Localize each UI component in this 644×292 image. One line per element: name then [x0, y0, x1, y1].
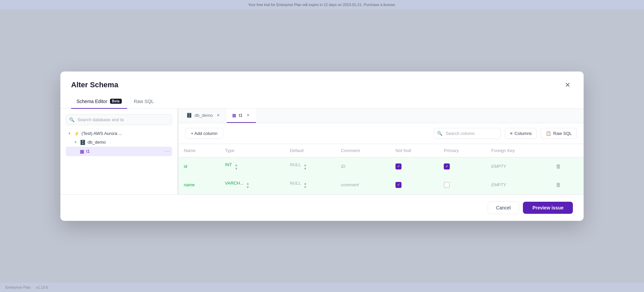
top-banner: Your free trial for Enterprise Plan will…: [0, 0, 644, 9]
search-column-input[interactable]: [434, 128, 501, 139]
default-spinner-id[interactable]: ▲▼: [304, 163, 307, 171]
arrow-icon: ▼: [68, 132, 72, 135]
col-header-name: Name: [178, 144, 220, 157]
col-header-primary: Primary: [438, 144, 486, 157]
cell-notnull-name[interactable]: ✓: [390, 176, 438, 194]
cell-foreignkey-name: EMPTY: [486, 176, 549, 194]
cell-comment-id: ID: [336, 157, 390, 176]
main-content: 🗄️ db_demo ✕ ▦ t1 ✕ + Add column: [178, 109, 584, 194]
columns-view-button[interactable]: ≡ Columns: [505, 128, 537, 139]
table-header-row: Name Type Default Comment Not Null Prima…: [178, 144, 584, 157]
cell-comment-name: comment: [336, 176, 390, 194]
tree-connection[interactable]: ▼ ⚡ (Test) AWS Aurora ...: [66, 129, 172, 138]
sidebar: 🔍 ▼ ⚡ (Test) AWS Aurora ... ▼ 🗄️ db_demo: [60, 109, 178, 194]
table-tab-icon: ▦: [232, 113, 236, 118]
search-column-box: 🔍: [434, 128, 501, 139]
tab-raw-sql[interactable]: Raw SQL: [128, 96, 159, 109]
default-spinner-name[interactable]: ▲▼: [304, 182, 307, 189]
tab-db-demo[interactable]: 🗄️ db_demo ✕: [181, 109, 226, 123]
bottom-bar: Enterprise Plan v1.13.0: [0, 283, 644, 292]
cell-type-id: INT ▲▼: [220, 157, 284, 176]
db-icon: 🗄️: [186, 113, 192, 118]
cell-foreignkey-id: EMPTY: [486, 157, 549, 176]
tab-t1[interactable]: ▦ t1 ✕: [227, 109, 256, 123]
col-header-type: Type: [220, 144, 284, 157]
tree-database[interactable]: ▼ 🗄️ db_demo: [66, 138, 172, 147]
col-header-comment: Comment: [336, 144, 390, 157]
not-null-checkbox-name[interactable]: ✓: [395, 182, 401, 188]
delete-row-id-button[interactable]: 🗑: [554, 162, 562, 171]
tab-close-db[interactable]: ✕: [215, 113, 221, 118]
tab-close-t1[interactable]: ✕: [245, 113, 251, 118]
preview-issue-button[interactable]: Preview issue: [523, 202, 573, 214]
arrow-icon: ▼: [74, 140, 78, 144]
connection-icon: ⚡: [74, 131, 79, 136]
close-button[interactable]: ✕: [562, 80, 573, 90]
table-row: name VARCH... ▲▼ NULL ▲▼: [178, 176, 584, 194]
primary-checkbox-name[interactable]: [444, 182, 450, 188]
type-spinner-id[interactable]: ▲▼: [234, 163, 238, 171]
modal-title: Alter Schema: [71, 81, 118, 89]
table-tabs: 🗄️ db_demo ✕ ▦ t1 ✕: [178, 109, 584, 123]
search-box: 🔍: [66, 114, 172, 125]
toolbar-right: 🔍 ≡ Columns 📋 Raw SQL: [434, 128, 577, 139]
tabs-bar: Schema Editor Beta Raw SQL: [60, 90, 584, 109]
col-header-foreignkey: Foreign Key: [486, 144, 549, 157]
modal-footer: Cancel Preview issue: [60, 194, 584, 221]
schema-table: Name Type Default Comment Not Null Prima…: [178, 144, 584, 194]
primary-checkbox-id[interactable]: ✓: [444, 163, 450, 169]
modal-header: Alter Schema ✕: [60, 71, 584, 90]
tree-table-t1[interactable]: ▦ t1 ···: [66, 147, 172, 156]
col-header-default: Default: [284, 144, 335, 157]
cell-notnull-id[interactable]: ✓: [390, 157, 438, 176]
table-row: id INT ▲▼ NULL ▲▼: [178, 157, 584, 176]
tree: ▼ ⚡ (Test) AWS Aurora ... ▼ 🗄️ db_demo ▦…: [66, 129, 172, 156]
columns-icon: ≡: [510, 131, 513, 136]
toolbar: + Add column 🔍 ≡ Columns 📋: [178, 123, 584, 144]
cell-delete-id[interactable]: 🗑: [549, 157, 584, 176]
search-db-input[interactable]: [66, 114, 172, 125]
cell-delete-name[interactable]: 🗑: [549, 176, 584, 194]
cell-primary-id[interactable]: ✓: [438, 157, 486, 176]
type-spinner-name[interactable]: ▲▼: [246, 182, 250, 189]
toolbar-left: + Add column: [185, 128, 223, 139]
alter-schema-modal: Alter Schema ✕ Schema Editor Beta Raw SQ…: [60, 71, 584, 221]
delete-row-name-button[interactable]: 🗑: [554, 181, 562, 189]
table-icon: ▦: [80, 149, 84, 154]
not-null-checkbox-id[interactable]: ✓: [395, 163, 401, 169]
cell-primary-name[interactable]: [438, 176, 486, 194]
tab-schema-editor[interactable]: Schema Editor Beta: [71, 96, 127, 109]
col-header-notnull: Not Null: [390, 144, 438, 157]
beta-badge: Beta: [110, 99, 122, 104]
add-column-button[interactable]: + Add column: [185, 128, 223, 139]
sql-icon: 📋: [546, 131, 551, 136]
cell-name-id: id: [178, 157, 220, 176]
database-icon: 🗄️: [80, 140, 86, 145]
cancel-button[interactable]: Cancel: [488, 201, 519, 214]
cell-type-name: VARCH... ▲▼: [220, 176, 284, 194]
cell-name-name: name: [178, 176, 220, 194]
more-options-icon[interactable]: ···: [165, 148, 170, 154]
cell-default-name: NULL ▲▼: [284, 176, 335, 194]
modal-body: 🔍 ▼ ⚡ (Test) AWS Aurora ... ▼ 🗄️ db_demo: [60, 109, 584, 194]
cell-default-id: NULL ▲▼: [284, 157, 335, 176]
raw-sql-button[interactable]: 📋 Raw SQL: [541, 128, 577, 139]
col-header-delete: [549, 144, 584, 157]
